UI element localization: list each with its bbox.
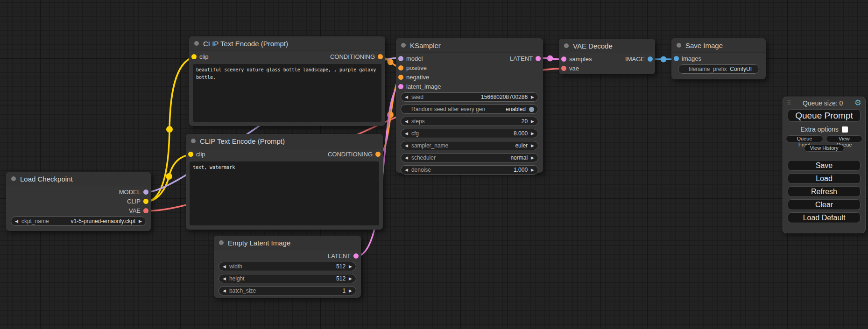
input-slot-model[interactable] xyxy=(398,56,403,61)
queue-prompt-button[interactable]: Queue Prompt xyxy=(788,109,861,122)
slot-row: samples IMAGE xyxy=(559,54,655,63)
collapse-dot-icon[interactable] xyxy=(191,139,196,143)
decrement-arrow-icon[interactable]: ◀ xyxy=(405,132,408,136)
input-slot-negative[interactable] xyxy=(398,75,403,80)
input-slot-vae[interactable] xyxy=(561,66,566,71)
decrement-arrow-icon[interactable]: ◀ xyxy=(405,95,408,99)
increment-arrow-icon[interactable]: ▶ xyxy=(349,277,352,281)
collapse-dot-icon[interactable] xyxy=(219,240,224,245)
input-slot-samples[interactable] xyxy=(561,56,566,62)
view-queue-button[interactable]: View Queue xyxy=(826,135,862,142)
node-vae-decode[interactable]: VAE Decode samples IMAGE vae xyxy=(559,39,655,74)
increment-arrow-icon[interactable]: ▶ xyxy=(531,156,534,160)
node-title-bar[interactable]: Load Checkpoint xyxy=(6,172,151,186)
increment-arrow-icon[interactable]: ▶ xyxy=(139,219,142,224)
node-title-bar[interactable]: CLIP Text Encode (Prompt) xyxy=(189,36,385,51)
output-slot-vae[interactable] xyxy=(143,208,148,213)
output-slot-conditioning[interactable] xyxy=(378,54,383,59)
output-slot-image[interactable] xyxy=(648,56,653,62)
widget-sampler-name[interactable]: ◀ sampler_name euler ▶ xyxy=(401,141,538,150)
save-button[interactable]: Save xyxy=(788,160,861,171)
output-slot-latent[interactable] xyxy=(353,253,359,259)
gear-icon[interactable]: ⚙ xyxy=(854,99,861,107)
input-slot-clip[interactable] xyxy=(191,54,197,59)
increment-arrow-icon[interactable]: ▶ xyxy=(531,168,534,172)
collapse-dot-icon[interactable] xyxy=(401,43,406,48)
output-slot-clip[interactable] xyxy=(143,199,148,204)
widget-denoise[interactable]: ◀ denoise 1.000 ▶ xyxy=(401,165,538,175)
widget-scheduler[interactable]: ◀ scheduler normal ▶ xyxy=(401,153,538,162)
prompt-textarea[interactable]: text, watermark xyxy=(190,161,379,225)
increment-arrow-icon[interactable]: ▶ xyxy=(349,289,352,293)
panel-header: ⠿ Queue size: 0 ⚙ xyxy=(783,97,865,107)
decrement-arrow-icon[interactable]: ◀ xyxy=(405,156,408,160)
decrement-arrow-icon[interactable]: ◀ xyxy=(405,168,408,172)
load-button[interactable]: Load xyxy=(788,173,861,184)
node-graph-canvas[interactable]: Load Checkpoint MODEL CLIP VAE ◀ ckpt_na… xyxy=(0,0,868,329)
node-clip-text-encode-positive[interactable]: CLIP Text Encode (Prompt) clip CONDITION… xyxy=(189,36,385,126)
input-label: vae xyxy=(569,65,579,72)
node-save-image[interactable]: Save Image images filename_prefix ComfyU… xyxy=(671,38,766,79)
decrement-arrow-icon[interactable]: ◀ xyxy=(405,144,408,148)
output-slot-model[interactable] xyxy=(143,189,148,195)
increment-arrow-icon[interactable]: ▶ xyxy=(531,132,534,136)
input-slot-clip[interactable] xyxy=(188,152,193,157)
node-empty-latent-image[interactable]: Empty Latent Image LATENT ◀ width 512 ▶ … xyxy=(214,236,361,298)
output-label: VAE xyxy=(129,207,141,214)
widget-width[interactable]: ◀ width 512 ▶ xyxy=(219,262,356,271)
widget-filename-prefix[interactable]: filename_prefix ComfyUI xyxy=(678,64,759,74)
node-title-bar[interactable]: CLIP Text Encode (Prompt) xyxy=(186,134,383,148)
widget-random-seed-toggle[interactable]: Random seed after every gen enabled xyxy=(401,105,538,114)
decrement-arrow-icon[interactable]: ◀ xyxy=(223,265,226,269)
node-clip-text-encode-negative[interactable]: CLIP Text Encode (Prompt) clip CONDITION… xyxy=(186,134,383,230)
output-slot-conditioning[interactable] xyxy=(375,152,381,157)
input-slot-images[interactable] xyxy=(674,56,679,61)
decrement-arrow-icon[interactable]: ◀ xyxy=(405,119,408,124)
widget-steps[interactable]: ◀ steps 20 ▶ xyxy=(401,117,538,126)
clear-button[interactable]: Clear xyxy=(788,199,861,210)
view-history-button[interactable]: View History xyxy=(804,145,845,152)
widget-height[interactable]: ◀ height 512 ▶ xyxy=(219,274,356,283)
drag-handle-icon[interactable]: ⠿ xyxy=(787,100,791,106)
widget-seed[interactable]: ◀ seed 156680208700286 ▶ xyxy=(401,92,538,102)
node-title-bar[interactable]: KSampler xyxy=(396,38,543,53)
increment-arrow-icon[interactable]: ▶ xyxy=(531,95,534,99)
increment-arrow-icon[interactable]: ▶ xyxy=(531,119,534,124)
node-load-checkpoint[interactable]: Load Checkpoint MODEL CLIP VAE ◀ ckpt_na… xyxy=(6,172,151,231)
widget-cfg[interactable]: ◀ cfg 8.000 ▶ xyxy=(401,129,538,138)
node-title-bar[interactable]: Save Image xyxy=(671,38,766,53)
increment-arrow-icon[interactable]: ▶ xyxy=(531,144,534,148)
increment-arrow-icon[interactable]: ▶ xyxy=(349,265,352,269)
collapse-dot-icon[interactable] xyxy=(11,176,16,181)
widget-label: seed xyxy=(411,94,423,100)
decrement-arrow-icon[interactable]: ◀ xyxy=(223,289,226,293)
node-title-bar[interactable]: Empty Latent Image xyxy=(214,236,361,250)
input-slot-positive[interactable] xyxy=(398,65,403,70)
input-label: negative xyxy=(406,74,429,81)
collapse-dot-icon[interactable] xyxy=(564,43,569,48)
queue-front-button[interactable]: Queue Front xyxy=(786,135,823,142)
toggle-knob-icon[interactable] xyxy=(529,107,534,112)
output-label: CONDITIONING xyxy=(330,53,375,60)
decrement-arrow-icon[interactable]: ◀ xyxy=(15,219,18,224)
widget-batch-size[interactable]: ◀ batch_size 1 ▶ xyxy=(219,286,356,295)
wire-dot xyxy=(547,56,553,62)
node-title: CLIP Text Encode (Prompt) xyxy=(200,137,285,145)
extra-options-checkbox[interactable] xyxy=(842,126,848,133)
node-ksampler[interactable]: KSampler model LATENT positive negative … xyxy=(396,38,543,173)
widget-ckpt-name[interactable]: ◀ ckpt_name v1-5-pruned-emaonly.ckpt ▶ xyxy=(11,217,146,226)
input-slot-latent-image[interactable] xyxy=(398,84,403,89)
output-label: IMAGE xyxy=(625,56,645,63)
widget-label: height xyxy=(229,275,245,282)
queue-menu-panel[interactable]: ⠿ Queue size: 0 ⚙ Queue Prompt Extra opt… xyxy=(783,97,866,233)
node-title-bar[interactable]: VAE Decode xyxy=(559,39,655,53)
output-row-latent: LATENT xyxy=(214,251,361,260)
widget-label: scheduler xyxy=(411,154,436,161)
output-slot-latent[interactable] xyxy=(536,56,541,61)
decrement-arrow-icon[interactable]: ◀ xyxy=(223,277,226,281)
load-default-button[interactable]: Load Default xyxy=(788,212,861,223)
prompt-textarea[interactable]: beautiful scenery nature glass bottle la… xyxy=(193,64,381,122)
refresh-button[interactable]: Refresh xyxy=(788,186,861,197)
collapse-dot-icon[interactable] xyxy=(194,41,199,46)
collapse-dot-icon[interactable] xyxy=(677,43,681,48)
